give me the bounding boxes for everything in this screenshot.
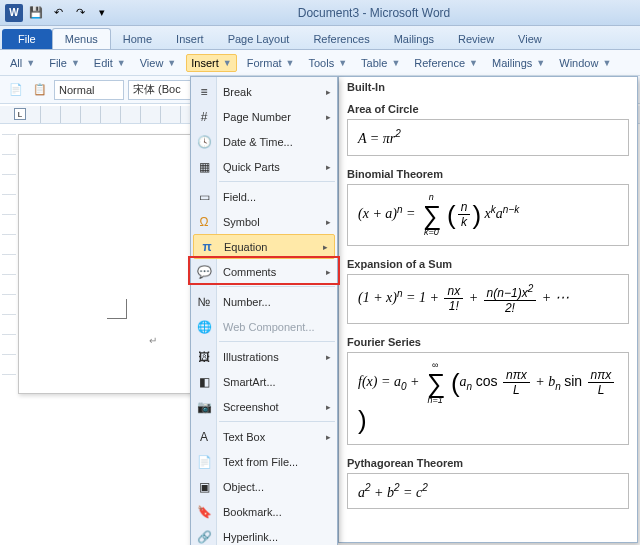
menu-bookmark[interactable]: 🔖Bookmark... — [191, 499, 337, 524]
menu-text-box[interactable]: AText Box▸ — [191, 424, 337, 449]
document-page[interactable]: ↵ — [18, 134, 218, 394]
smartart-icon: ◧ — [196, 374, 212, 390]
classic-all[interactable]: All▼ — [6, 55, 39, 71]
style-combo[interactable]: Normal — [54, 80, 124, 100]
classic-mailings[interactable]: Mailings▼ — [488, 55, 549, 71]
classic-file[interactable]: File▼ — [45, 55, 84, 71]
text-box-icon: A — [196, 429, 212, 445]
menu-field[interactable]: ▭Field... — [191, 184, 337, 209]
tab-menus[interactable]: Menus — [52, 28, 111, 49]
quick-parts-icon: ▦ — [196, 159, 212, 175]
classic-edit[interactable]: Edit▼ — [90, 55, 130, 71]
save-icon[interactable]: 💾 — [26, 3, 46, 23]
web-component-icon: 🌐 — [196, 319, 212, 335]
field-icon: ▭ — [196, 189, 212, 205]
menu-screenshot[interactable]: 📷Screenshot▸ — [191, 394, 337, 419]
menu-illustrations[interactable]: 🖼Illustrations▸ — [191, 344, 337, 369]
text-from-file-icon: 📄 — [196, 454, 212, 470]
tab-mailings[interactable]: Mailings — [382, 29, 446, 49]
window-title: Document3 - Microsoft Word — [112, 6, 636, 20]
tab-home[interactable]: Home — [111, 29, 164, 49]
tab-review[interactable]: Review — [446, 29, 506, 49]
tab-page-layout[interactable]: Page Layout — [216, 29, 302, 49]
bookmark-icon: 🔖 — [196, 504, 212, 520]
classic-reference[interactable]: Reference▼ — [410, 55, 482, 71]
new-doc-icon[interactable]: 📄 — [6, 80, 26, 100]
vertical-ruler[interactable] — [2, 134, 16, 394]
redo-icon[interactable]: ↷ — [70, 3, 90, 23]
insert-menu: ≡Break▸ #Page Number▸ 🕓Date & Time... ▦Q… — [190, 76, 338, 545]
menu-number[interactable]: №Number... — [191, 289, 337, 314]
word-app-icon[interactable]: W — [4, 3, 24, 23]
date-time-icon: 🕓 — [196, 134, 212, 150]
title-bar: W 💾 ↶ ↷ ▾ Document3 - Microsoft Word — [0, 0, 640, 26]
equation-binomial-theorem[interactable]: (x + a)n = n∑k=0 (nk) xkan−k — [347, 184, 629, 246]
tab-insert[interactable]: Insert — [164, 29, 216, 49]
menu-date-time[interactable]: 🕓Date & Time... — [191, 129, 337, 154]
gallery-title-fourier: Fourier Series — [339, 328, 637, 350]
menu-hyperlink[interactable]: 🔗Hyperlink... — [191, 524, 337, 545]
menu-comments[interactable]: 💬Comments▸ — [191, 259, 337, 284]
paragraph-mark-icon: ↵ — [149, 335, 157, 346]
menu-page-number[interactable]: #Page Number▸ — [191, 104, 337, 129]
equation-area-of-circle[interactable]: A = πr2 — [347, 119, 629, 156]
page-number-icon: # — [196, 109, 212, 125]
tab-view[interactable]: View — [506, 29, 554, 49]
equation-expansion-of-sum[interactable]: (1 + x)n = 1 + nx1! + n(n−1)x22! + ⋯ — [347, 274, 629, 324]
classic-format[interactable]: Format▼ — [243, 55, 299, 71]
screenshot-icon: 📷 — [196, 399, 212, 415]
menu-equation[interactable]: πEquation▸ — [193, 234, 335, 259]
gallery-title-area-circle: Area of Circle — [339, 95, 637, 117]
page-corner-mark — [107, 299, 127, 319]
classic-window[interactable]: Window▼ — [555, 55, 615, 71]
gallery-title-binomial: Binomial Theorem — [339, 160, 637, 182]
object-icon: ▣ — [196, 479, 212, 495]
qat-customize-icon[interactable]: ▾ — [92, 3, 112, 23]
hyperlink-icon: 🔗 — [196, 529, 212, 545]
classic-tools[interactable]: Tools▼ — [304, 55, 351, 71]
gallery-title-pythagorean: Pythagorean Theorem — [339, 449, 637, 471]
menu-web-component: 🌐Web Component... — [191, 314, 337, 339]
menu-break[interactable]: ≡Break▸ — [191, 79, 337, 104]
paste-icon[interactable]: 📋 — [30, 80, 50, 100]
menu-object[interactable]: ▣Object... — [191, 474, 337, 499]
break-icon: ≡ — [196, 84, 212, 100]
equation-fourier-series[interactable]: f(x) = a0 + ∞∑n=1 (an cos nπxL + bn sin … — [347, 352, 629, 445]
equation-pythagorean-theorem[interactable]: a2 + b2 = c2 — [347, 473, 629, 510]
menu-quick-parts[interactable]: ▦Quick Parts▸ — [191, 154, 337, 179]
comments-icon: 💬 — [196, 264, 212, 280]
quick-access-toolbar: W 💾 ↶ ↷ ▾ — [4, 3, 112, 23]
equation-gallery: Built-In Area of Circle A = πr2 Binomial… — [338, 76, 638, 543]
undo-icon[interactable]: ↶ — [48, 3, 68, 23]
ribbon-tabs: File Menus Home Insert Page Layout Refer… — [0, 26, 640, 50]
illustrations-icon: 🖼 — [196, 349, 212, 365]
number-icon: № — [196, 294, 212, 310]
symbol-icon: Ω — [196, 214, 212, 230]
tab-file[interactable]: File — [2, 29, 52, 49]
tab-selector[interactable]: L — [14, 108, 26, 120]
tab-references[interactable]: References — [301, 29, 381, 49]
menu-symbol[interactable]: ΩSymbol▸ — [191, 209, 337, 234]
equation-icon: π — [199, 239, 215, 255]
classic-table[interactable]: Table▼ — [357, 55, 404, 71]
classic-menu-bar: All▼ File▼ Edit▼ View▼ Insert▼ Format▼ T… — [0, 50, 640, 76]
menu-smartart[interactable]: ◧SmartArt... — [191, 369, 337, 394]
menu-text-from-file[interactable]: 📄Text from File... — [191, 449, 337, 474]
gallery-title-expansion: Expansion of a Sum — [339, 250, 637, 272]
classic-view[interactable]: View▼ — [136, 55, 181, 71]
gallery-header: Built-In — [339, 77, 637, 95]
classic-insert[interactable]: Insert▼ — [186, 54, 236, 72]
